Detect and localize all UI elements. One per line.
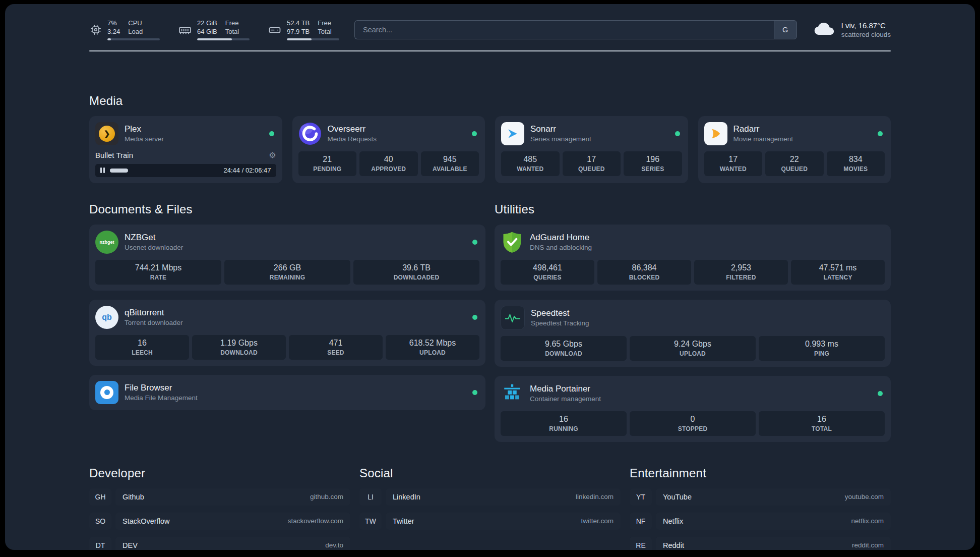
stat-label: RUNNING: [503, 425, 625, 432]
service-name: NZBGet: [125, 233, 466, 243]
service-card-overseerr[interactable]: Overseerr Media Requests 21 PENDING 40 A…: [292, 116, 485, 183]
weather-widget[interactable]: Lviv, 16.87°C scattered clouds: [812, 20, 891, 39]
stat-value: 16: [503, 415, 625, 424]
memory-free-value: 22 GiB: [197, 19, 217, 28]
playback-time: 24:44 / 02:06:47: [224, 166, 271, 174]
disk-widget: 52.4 TB 97.9 TB Free Total: [268, 19, 339, 40]
pause-icon[interactable]: [100, 168, 105, 173]
radarr-icon: [704, 122, 727, 145]
track-title: Bullet Train: [95, 151, 269, 159]
service-card-filebrowser[interactable]: File Browser Media File Management: [89, 375, 485, 410]
search-input[interactable]: [354, 20, 774, 39]
stat-download: 1.19 Gbps DOWNLOAD: [192, 335, 286, 360]
stat-label: LATENCY: [793, 274, 883, 281]
memory-readout: 22 GiB 64 GiB Free Total: [197, 19, 250, 40]
service-description: Container management: [530, 395, 872, 403]
bookmark-abbr[interactable]: TW: [359, 513, 382, 530]
bookmark-link-dev[interactable]: DEV dev.to: [115, 537, 350, 550]
bookmark-link-linkedin[interactable]: LinkedIn linkedin.com: [386, 488, 621, 506]
stat-value: 485: [503, 155, 558, 164]
stat-value: 9.65 Gbps: [503, 340, 625, 349]
topbar-divider: [89, 50, 891, 51]
service-card-speedtest[interactable]: Speedtest Speedtest Tracking 9.65 Gbps D…: [495, 300, 891, 367]
status-dot: [878, 131, 883, 136]
bookmark-abbr[interactable]: YT: [630, 488, 652, 506]
status-dot: [472, 315, 477, 320]
service-name: Speedtest: [531, 308, 885, 318]
bookmark-domain: github.com: [310, 493, 343, 500]
bookmark-domain: dev.to: [325, 541, 343, 549]
stat-total: 16 TOTAL: [759, 411, 885, 436]
stat-upload: 9.24 Gbps UPLOAD: [630, 336, 756, 361]
bookmark-row-twitter: TW Twitter twitter.com: [359, 513, 621, 530]
service-card-adguard[interactable]: AdGuard Home DNS and adblocking 498,461 …: [495, 225, 891, 291]
bookmark-row-linkedin: LI LinkedIn linkedin.com: [359, 488, 621, 506]
dashboard-page: 7% 3.24 CPU Load: [5, 4, 975, 550]
bookmark-abbr[interactable]: LI: [359, 488, 382, 506]
bookmark-link-stackoverflow[interactable]: StackOverflow stackoverflow.com: [115, 513, 350, 530]
stat-downloaded: 39.6 TB DOWNLOADED: [353, 260, 479, 285]
bookmark-link-netflix[interactable]: Netflix netflix.com: [656, 513, 891, 530]
cpu-widget: 7% 3.24 CPU Load: [89, 19, 160, 40]
stat-label: RATE: [97, 274, 219, 281]
stat-value: 266 GB: [226, 263, 348, 272]
player-bar: 24:44 / 02:06:47: [95, 164, 276, 177]
bookmark-domain: linkedin.com: [576, 493, 614, 500]
section-title-documents: Documents & Files: [89, 202, 485, 216]
bookmark-link-github[interactable]: Github github.com: [115, 488, 350, 506]
bookmark-abbr[interactable]: NF: [630, 513, 652, 530]
stat-label: AVAILABLE: [423, 165, 477, 173]
section-title-social: Social: [359, 466, 621, 480]
sonarr-icon: [501, 122, 524, 145]
bookmark-name: Github: [122, 493, 144, 501]
stat-value: 9.24 Gbps: [632, 340, 754, 349]
bookmark-group-social: Social LI LinkedIn linkedin.com TW Twitt…: [359, 466, 621, 550]
stat-wanted: 485 WANTED: [501, 151, 560, 176]
status-dot: [472, 390, 477, 395]
service-name: File Browser: [125, 383, 466, 393]
stat-value: 196: [626, 155, 680, 164]
stat-movies: 834 MOVIES: [827, 151, 885, 176]
service-card-sonarr[interactable]: Sonarr Series management 485 WANTED 17 Q…: [495, 116, 688, 183]
search-box: G: [354, 20, 797, 39]
stat-label: DOWNLOAD: [503, 350, 625, 357]
stat-value: 47.571 ms: [793, 263, 883, 272]
search-provider-button[interactable]: G: [774, 20, 797, 39]
bookmark-link-reddit[interactable]: Reddit reddit.com: [656, 537, 891, 550]
bookmark-abbr[interactable]: SO: [89, 513, 111, 530]
stat-value: 16: [761, 415, 883, 424]
bookmark-row-youtube: YT YouTube youtube.com: [630, 488, 891, 506]
service-description: Torrent downloader: [125, 319, 466, 326]
cpu-load-label: Load: [128, 28, 143, 36]
stat-value: 2,953: [696, 263, 786, 272]
bookmark-group-entertainment: Entertainment YT YouTube youtube.com NF …: [630, 466, 891, 550]
bookmark-link-twitter[interactable]: Twitter twitter.com: [386, 513, 621, 530]
disk-readout: 52.4 TB 97.9 TB Free Total: [287, 19, 339, 40]
service-card-radarr[interactable]: Radarr Movie management 17 WANTED 22 QUE…: [698, 116, 891, 183]
cpu-chip-icon: [89, 23, 102, 36]
bookmark-abbr[interactable]: DT: [89, 537, 111, 550]
service-name: Plex: [125, 124, 263, 134]
stat-value: 21: [300, 155, 355, 164]
portainer-icon: [501, 382, 524, 405]
stat-label: STOPPED: [632, 425, 754, 432]
service-card-nzbget[interactable]: nzbget NZBGet Usenet downloader 744.21 M…: [89, 225, 485, 291]
service-description: DNS and adblocking: [530, 244, 885, 251]
service-card-qbittorrent[interactable]: qb qBittorrent Torrent downloader 16 LEE…: [89, 300, 485, 366]
bookmark-link-youtube[interactable]: YouTube youtube.com: [656, 488, 891, 506]
memory-icon: [178, 23, 192, 37]
playback-progress-bar[interactable]: [110, 169, 128, 173]
stat-value: 22: [767, 155, 822, 164]
stat-label: QUERIES: [503, 274, 592, 281]
service-card-portainer[interactable]: Media Portainer Container management 16 …: [495, 376, 891, 442]
section-media: Media ❯ Plex Media server Bullet Tr: [89, 94, 891, 183]
bookmark-abbr[interactable]: GH: [89, 488, 111, 506]
plex-icon: ❯: [95, 122, 118, 145]
gear-icon[interactable]: ⚙: [269, 150, 276, 160]
weather-condition: scattered clouds: [841, 31, 891, 38]
service-card-plex[interactable]: ❯ Plex Media server Bullet Train ⚙: [89, 116, 282, 183]
bookmark-abbr[interactable]: RE: [630, 537, 652, 550]
disk-free-value: 52.4 TB: [287, 19, 310, 28]
adguard-shield-icon: [501, 231, 524, 254]
memory-total-label: Total: [225, 28, 239, 36]
